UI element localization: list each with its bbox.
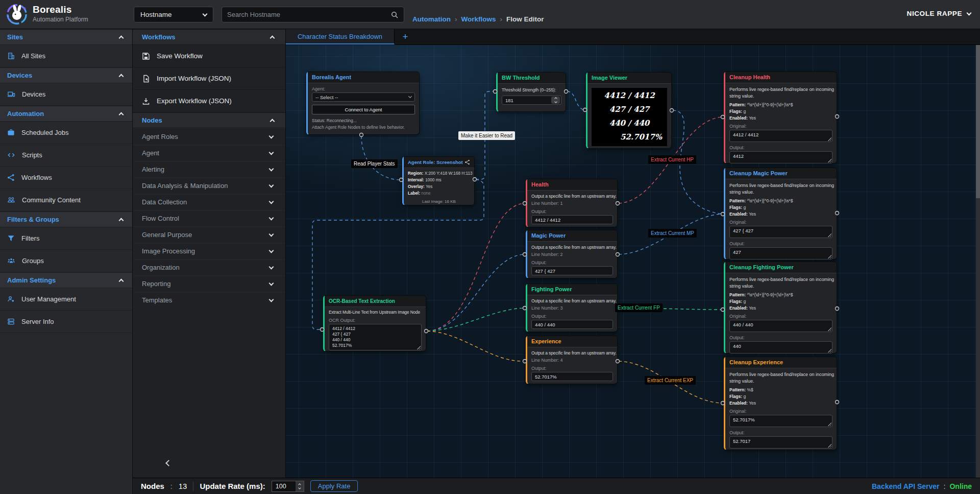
sidebar-section-admin-settings[interactable]: Admin Settings [0,272,132,288]
apply-rate-button[interactable]: Apply Rate [310,480,358,492]
sidebar-item-community-content[interactable]: Community Content [0,189,132,211]
sidebar-item-workflows[interactable]: Workflows [0,167,132,189]
sidebar-section-filters-groups[interactable]: Filters & Groups [0,211,132,227]
output-textarea[interactable]: 52.7017 [729,436,832,449]
breadcrumb-automation[interactable]: Automation [412,15,451,23]
user-menu[interactable]: NICOLE RAPPE [907,10,971,17]
node-health[interactable]: Health Output a specific line from an up… [526,179,618,227]
pattern-key: Pattern: [729,387,746,392]
search-input[interactable] [227,11,390,18]
sidebar-section-automation[interactable]: Automation [0,106,132,122]
node-category-agent-roles[interactable]: Agent Roles [133,128,285,145]
node-category-reporting[interactable]: Reporting [133,275,285,292]
sidebar-item-groups[interactable]: Groups [0,250,132,272]
flow-canvas[interactable]: Borealis Agent Agent: -- Select -- Conne… [286,45,980,478]
node-magic-power[interactable]: Magic Power Output a specific line from … [526,230,618,278]
devices-icon [7,90,15,98]
original-textarea[interactable]: 4412 / 4412 [729,130,832,142]
sidebar-item-server-info[interactable]: Server Info [0,311,132,333]
last-image-text: Last Image: 16 KB [408,198,470,205]
node-cleanup-health[interactable]: Cleanup Health Performs live regex-based… [724,72,837,163]
chevron-down-icon [269,297,274,302]
node-cleanup-fighting-power[interactable]: Cleanup Fighting Power Performs live reg… [724,262,837,354]
hostname-dropdown[interactable]: Hostname [134,7,213,22]
edge-ocr-to-magic-power[interactable] [427,254,524,331]
edge-bw-threshold-to-image-viewer[interactable] [567,91,584,110]
overlay-key: Overlay: [408,184,425,189]
ocr-output-textarea[interactable]: 4412 / 4412 427 { 427 440 / 440 52.7017% [329,324,422,350]
share-icon[interactable] [464,159,470,165]
node-bw-threshold[interactable]: BW Threshold Threshold Strength (0–255): [496,72,566,112]
node-category-data-collection[interactable]: Data Collection [133,194,285,210]
node-ocr-text-extraction[interactable]: OCR-Based Text Extraction Extract Multi-… [323,295,426,351]
import-workflow-button[interactable]: Import Workflow (JSON) [133,67,285,90]
save-workflow-button[interactable]: Save Workflow [133,45,285,67]
output-textarea[interactable]: 440 [729,341,832,354]
edge-label-make-it-easier-to-read[interactable]: Make it Easier to Read [458,131,515,140]
edge-label-extract-current-exp[interactable]: Extract Current EXP [645,376,696,385]
edge-label-extract-current-hp[interactable]: Extract Current HP [648,155,696,164]
node-category-organization[interactable]: Organization [133,259,285,275]
original-textarea[interactable]: 52.7017% [729,415,832,427]
export-icon [142,97,150,105]
export-workflow-button[interactable]: Export Workflow (JSON) [133,90,285,112]
tab-character-status-breakdown[interactable]: Character Status Breakdown [286,29,395,44]
output-textarea[interactable]: 4412 [729,151,832,163]
node-experience[interactable]: Experience Output a specific line from a… [526,336,618,384]
node-image-viewer[interactable]: Image Viewer 4412 / 4412 427 / 427 440 /… [586,72,672,149]
agent-select-value: -- Select -- [315,95,338,100]
edge-ocr-to-experience[interactable] [427,331,524,361]
panel-section-workflows[interactable]: Workflows [133,29,285,45]
node-borealis-agent[interactable]: Borealis Agent Agent: -- Select -- Conne… [306,72,420,135]
node-description: Output a specific line from an upstream … [531,350,613,356]
workflow-panel: Workflows Save Workflow Import Workflow … [133,29,286,478]
output-input[interactable] [531,215,613,224]
sidebar-item-all-sites[interactable]: All Sites [0,45,132,67]
output-input[interactable] [531,266,613,275]
sidebar-section-devices[interactable]: Devices [0,67,132,83]
node-cleanup-magic-power[interactable]: Cleanup Magic Power Performs live regex-… [724,168,837,260]
node-category-agent[interactable]: Agent [133,145,285,161]
sidebar-item-user-management[interactable]: User Management [0,288,132,311]
threshold-stepper[interactable] [551,97,560,104]
original-textarea[interactable]: 427 { 427 [729,226,832,238]
edge-ocr-to-fighting-power[interactable] [427,308,524,331]
canvas-scrollbar-thumb[interactable] [976,45,980,198]
node-category-image-processing[interactable]: Image Processing [133,243,285,259]
output-textarea[interactable]: 427 [729,247,832,260]
node-category-data-analysis[interactable]: Data Analysis & Manipulation [133,177,285,194]
edge-label-extract-current-fp[interactable]: Extract Current FP [615,303,663,312]
node-category-templates[interactable]: Templates [133,292,285,308]
edge-agent-to-screenshot-role[interactable] [361,136,399,180]
node-category-general-purpose[interactable]: General Purpose [133,226,285,243]
sidebar-section-sites[interactable]: Sites [0,29,132,45]
original-textarea[interactable]: 440 / 440 [729,320,832,332]
node-agent-role-screenshot[interactable]: Agent Role: Screenshot Region: X:200 Y:4… [402,156,475,205]
line-number-label: Line Number: 1 [531,201,613,206]
sidebar-item-scheduled-jobs[interactable]: Scheduled Jobs [0,122,132,144]
output-label: Output: [531,209,613,214]
panel-section-nodes[interactable]: Nodes [133,112,285,128]
flow-tabbar: Character Status Breakdown + [286,29,980,45]
node-category-flow-control[interactable]: Flow Control [133,210,285,226]
edge-label-read-player-stats[interactable]: Read Player Stats [351,159,398,168]
agent-select[interactable]: -- Select -- [312,92,415,102]
output-input[interactable] [531,320,613,329]
panel-collapse-button[interactable] [164,456,173,469]
update-rate-stepper[interactable] [296,481,304,491]
output-input[interactable] [531,372,613,381]
edge-ocr-to-health[interactable] [427,203,524,331]
node-category-alerting[interactable]: Alerting [133,161,285,177]
connect-to-agent-button[interactable]: Connect to Agent [312,105,415,114]
sidebar-item-devices[interactable]: Devices [0,83,132,106]
sidebar-item-filters[interactable]: Filters [0,227,132,250]
breadcrumb-workflows[interactable]: Workflows [461,15,496,23]
status-bar: Nodes : 13 Update Rate (ms): Apply Rate … [133,478,980,494]
canvas-scrollbar[interactable] [976,45,980,478]
node-title: Magic Power [531,230,566,241]
node-fighting-power[interactable]: Fighting Power Output a specific line fr… [526,284,618,332]
node-cleanup-experience[interactable]: Cleanup Experience Performs live regex-b… [724,357,837,450]
sidebar-item-scripts[interactable]: Scripts [0,144,132,167]
edge-label-extract-current-mp[interactable]: Extract Current MP [648,229,697,238]
add-tab-button[interactable]: + [395,29,416,44]
